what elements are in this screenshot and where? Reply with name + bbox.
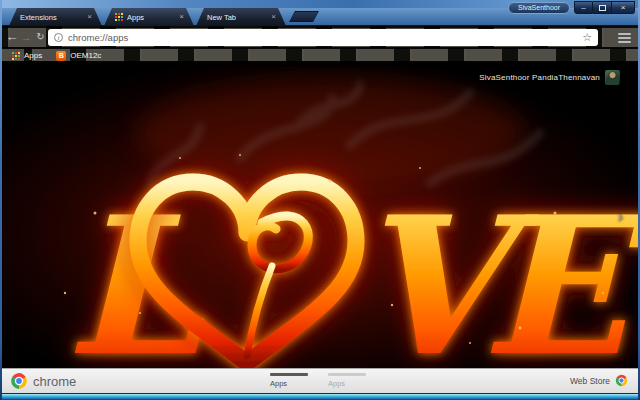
bookmark-oem12c[interactable]: B OEM12c	[49, 49, 108, 62]
pager-bar-active	[270, 373, 308, 376]
bookmark-label: OEM12c	[70, 51, 101, 60]
bookmark-label: Apps	[24, 51, 42, 60]
maximize-button[interactable]	[593, 1, 612, 14]
oem-favicon: B	[56, 51, 66, 61]
tab-extensions[interactable]: Extensions ×	[9, 8, 102, 26]
window-controls: SivaSenthoor – ×	[508, 1, 635, 14]
omnibox[interactable]: i chrome://apps ☆	[48, 29, 598, 46]
chrome-brand: chrome	[10, 372, 76, 390]
apps-grid-icon	[115, 13, 123, 21]
window-border-bottom	[0, 393, 640, 400]
maximize-icon	[599, 5, 606, 11]
pager-page-2[interactable]: Apps	[328, 373, 370, 388]
page-info-icon[interactable]: i	[54, 33, 63, 42]
minimize-button[interactable]: –	[574, 1, 593, 14]
new-tab-button[interactable]	[289, 11, 319, 22]
user-name-text: SivaSenthoor PandiaThennavan	[479, 73, 600, 82]
web-store-link[interactable]: Web Store	[570, 374, 628, 387]
forward-icon[interactable]: →	[20, 26, 33, 48]
chrome-wordmark: chrome	[33, 374, 76, 389]
apps-grid-icon	[12, 52, 20, 60]
tab-new-tab[interactable]: New Tab ×	[196, 8, 286, 26]
wallpaper-letter-l: L	[66, 175, 205, 368]
back-icon[interactable]: ←	[4, 26, 20, 48]
pager-bar-inactive	[328, 373, 366, 376]
user-attribution: SivaSenthoor PandiaThennavan	[479, 70, 620, 85]
close-tab-icon[interactable]: ×	[87, 12, 92, 21]
pager-label: Apps	[270, 379, 312, 388]
next-page-chevron-icon[interactable]: ›	[618, 209, 623, 225]
bookmark-apps[interactable]: Apps	[5, 49, 49, 62]
close-button[interactable]: ×	[612, 1, 635, 14]
toolbar: ← → ↻ i chrome://apps ☆	[0, 26, 640, 48]
tab-label: Apps	[127, 13, 176, 22]
love-fire-wallpaper: L V E	[0, 63, 640, 368]
user-avatar	[605, 70, 620, 85]
menu-icon[interactable]	[618, 33, 631, 45]
web-store-label: Web Store	[570, 376, 610, 386]
apps-page-content: L V E SivaSenthoor PandiaThennavan	[0, 63, 640, 368]
web-store-icon	[615, 374, 628, 387]
bookmark-star-icon[interactable]: ☆	[582, 31, 592, 44]
bookmarks-bar: Apps B OEM12c	[0, 48, 640, 63]
apps-pager: Apps Apps	[270, 373, 370, 388]
reload-icon[interactable]: ↻	[34, 26, 47, 48]
wallpaper-letter-e: E	[482, 175, 640, 368]
launcher-footer: chrome Apps Apps Web Store	[0, 368, 640, 393]
window-border-left	[0, 0, 2, 400]
close-tab-icon[interactable]: ×	[179, 12, 184, 21]
chrome-logo-icon	[10, 372, 28, 390]
tab-apps[interactable]: Apps ×	[104, 8, 194, 26]
profile-button[interactable]: SivaSenthoor	[508, 2, 570, 14]
pager-label: Apps	[328, 379, 370, 388]
pager-page-1[interactable]: Apps	[270, 373, 312, 388]
tab-label: New Tab	[207, 13, 268, 22]
browser-window: SivaSenthoor – × Extensions × Apps ×	[0, 0, 640, 400]
tab-label: Extensions	[20, 13, 84, 22]
close-tab-icon[interactable]: ×	[271, 12, 276, 21]
url-text: chrome://apps	[68, 32, 582, 43]
